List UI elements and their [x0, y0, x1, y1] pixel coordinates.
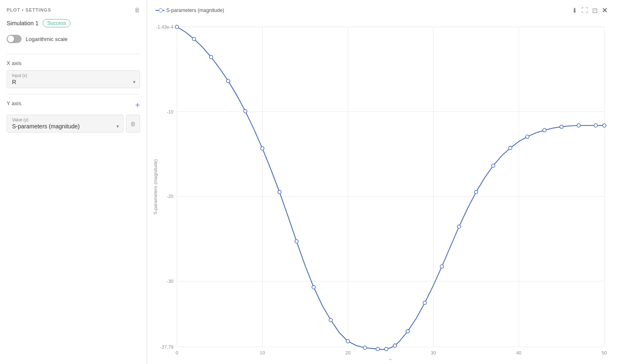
log-scale-toggle-row: Logarithmic scale	[7, 35, 140, 43]
download-icon[interactable]: ⬇	[572, 7, 577, 14]
x-axis-value-row: R ▾	[12, 79, 135, 85]
legend-label: S-parameters (magnitude)	[166, 7, 224, 13]
y-axis-value: S-parameters (magnitude)	[12, 123, 80, 130]
simulation-row: Simulation 1 Success	[7, 19, 140, 27]
svg-point-49	[577, 124, 580, 127]
log-scale-label: Logarithmic scale	[26, 36, 68, 42]
svg-point-24	[175, 25, 179, 29]
y-axis-title: Y axis	[7, 100, 21, 106]
svg-text:R: R	[389, 359, 392, 360]
svg-point-40	[423, 301, 426, 304]
svg-text:-37.79: -37.79	[160, 345, 173, 350]
svg-point-45	[508, 146, 512, 149]
svg-point-30	[278, 190, 281, 194]
svg-point-28	[244, 109, 247, 113]
svg-point-42	[457, 225, 461, 228]
svg-point-33	[329, 318, 332, 322]
svg-text:30: 30	[431, 350, 436, 355]
svg-point-43	[474, 190, 478, 194]
svg-point-26	[209, 55, 213, 59]
svg-point-37	[385, 347, 388, 351]
svg-text:50: 50	[602, 350, 607, 355]
simulation-label: Simulation 1	[7, 20, 39, 27]
y-axis-chevron-icon: ▾	[116, 123, 119, 129]
y-axis-value-row: S-parameters (magnitude) ▾	[12, 123, 119, 130]
x-axis-select[interactable]: Input (x) R ▾	[7, 70, 140, 88]
log-scale-toggle[interactable]	[7, 35, 22, 43]
divider-2	[7, 94, 140, 94]
legend-line: S-parameters (magnitude)	[155, 7, 224, 13]
expand1-icon[interactable]: ⛶	[581, 7, 588, 14]
chart-legend: S-parameters (magnitude)	[155, 7, 224, 13]
expand2-icon[interactable]: ⊡	[592, 7, 598, 14]
svg-text:-1.43e-4: -1.43e-4	[156, 24, 174, 29]
chart-svg: -1.43e-4 -10 -20 -30 -37.79 0 10 20 30 4…	[151, 18, 613, 360]
settings-panel: PLOT • SETTINGS 🗑 Simulation 1 Success L…	[0, 0, 147, 364]
svg-point-36	[376, 347, 380, 351]
chart-wrapper: -1.43e-4 -10 -20 -30 -37.79 0 10 20 30 4…	[151, 18, 613, 360]
close-button[interactable]: ✕	[602, 6, 608, 15]
x-axis-input-label: Input (x)	[12, 73, 135, 78]
sidebar-header: PLOT • SETTINGS 🗑	[7, 7, 140, 13]
svg-text:40: 40	[516, 350, 522, 355]
svg-text:10: 10	[260, 350, 265, 355]
toggle-knob	[7, 36, 14, 42]
svg-point-47	[543, 128, 546, 132]
y-axis-select-row: Value (y) S-parameters (magnitude) ▾ 🗑	[7, 115, 140, 133]
panel-title: PLOT • SETTINGS	[7, 7, 51, 12]
delete-icon[interactable]: 🗑	[134, 7, 140, 13]
svg-point-32	[312, 285, 315, 289]
legend-dot-icon	[155, 10, 165, 11]
chart-dots	[175, 25, 606, 351]
chart-toolbar-icons: ⬇ ⛶ ⊡ ✕	[572, 6, 608, 15]
svg-point-51	[602, 124, 606, 127]
svg-point-25	[192, 37, 196, 41]
y-axis-section: Y axis + Value (y) S-parameters (magnitu…	[7, 100, 140, 133]
svg-point-31	[295, 240, 298, 243]
y-axis-select[interactable]: Value (y) S-parameters (magnitude) ▾	[7, 115, 123, 133]
x-axis-title: X axis	[7, 60, 140, 66]
svg-text:0: 0	[176, 350, 178, 355]
svg-text:-10: -10	[167, 109, 173, 114]
x-axis-chevron-icon: ▾	[133, 79, 135, 85]
svg-point-29	[261, 147, 264, 150]
chart-toolbar: S-parameters (magnitude) ⬇ ⛶ ⊡ ✕	[147, 4, 613, 17]
svg-point-44	[491, 164, 495, 167]
svg-point-27	[227, 79, 230, 82]
svg-point-38	[393, 344, 397, 347]
svg-text:-20: -20	[167, 194, 173, 199]
status-badge: Success	[43, 19, 70, 27]
svg-text:S-parameters (magnitude): S-parameters (magnitude)	[153, 159, 158, 215]
svg-point-35	[363, 346, 367, 350]
chart-area: S-parameters (magnitude) ⬇ ⛶ ⊡ ✕	[147, 0, 617, 364]
svg-point-50	[594, 124, 598, 127]
divider-1	[7, 54, 140, 54]
svg-point-39	[406, 330, 409, 333]
svg-text:-30: -30	[167, 279, 173, 284]
y-axis-delete-icon: 🗑	[130, 121, 136, 127]
chart-line	[177, 27, 604, 350]
x-axis-value: R	[12, 79, 16, 85]
y-axis-input-label: Value (y)	[12, 118, 119, 122]
y-axis-header: Y axis +	[7, 100, 140, 111]
svg-point-34	[346, 340, 349, 343]
x-axis-section: X axis Input (x) R ▾	[7, 60, 140, 91]
svg-point-48	[560, 125, 563, 128]
svg-point-46	[526, 135, 529, 138]
svg-point-41	[440, 265, 443, 268]
svg-text:20: 20	[345, 350, 351, 355]
add-y-axis-button[interactable]: +	[135, 101, 140, 110]
y-axis-delete-button[interactable]: 🗑	[126, 115, 140, 133]
